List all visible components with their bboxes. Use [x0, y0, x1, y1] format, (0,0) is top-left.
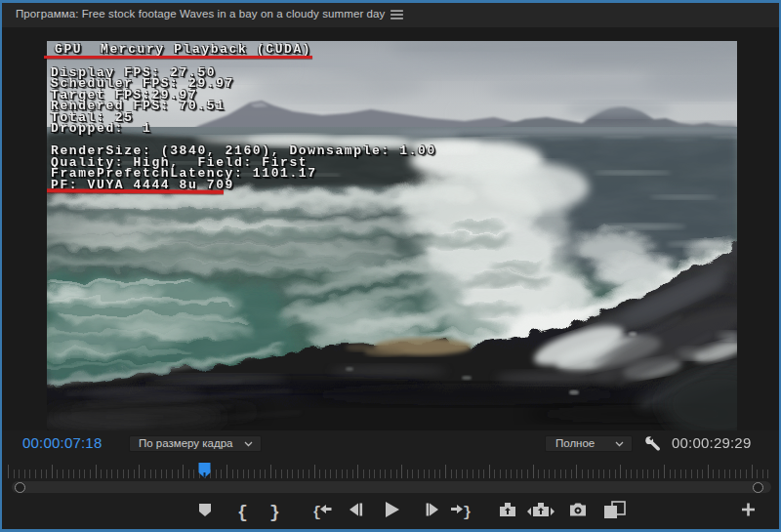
- svg-text:}: }: [269, 503, 280, 522]
- svg-text:{: {: [237, 503, 248, 522]
- svg-text:}: }: [463, 505, 472, 521]
- svg-text:{: {: [312, 505, 321, 521]
